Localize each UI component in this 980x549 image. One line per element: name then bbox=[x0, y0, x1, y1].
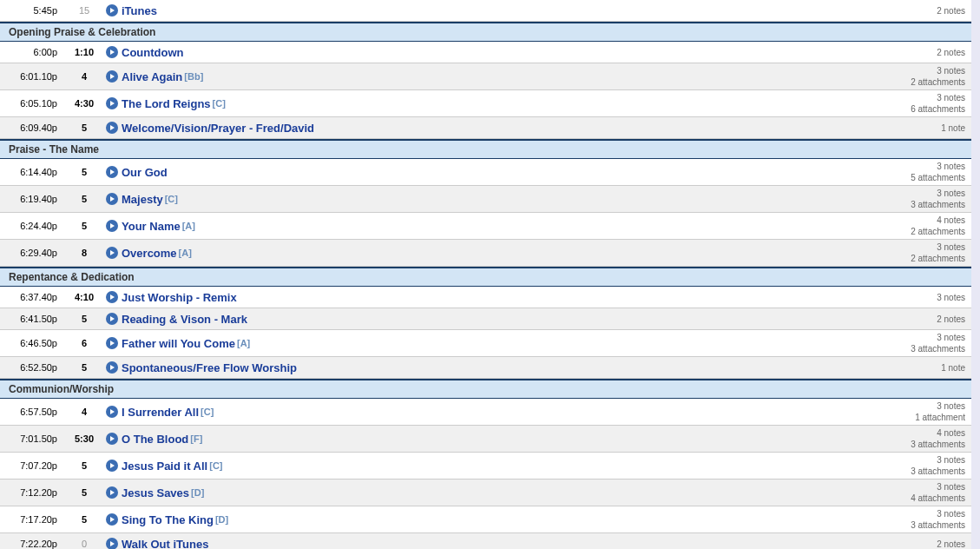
section-header[interactable]: Opening Praise & Celebration bbox=[0, 22, 972, 42]
plan-item-row[interactable]: 6:41.50p5Reading & Vison - Mark2 notes bbox=[0, 308, 972, 330]
section-header[interactable]: Communion/Worship bbox=[0, 379, 972, 399]
plan-item-row[interactable]: 6:14.40p5Our God3 notes5 attachments bbox=[0, 159, 972, 186]
attachments-count[interactable]: 1 attachment bbox=[861, 412, 965, 423]
notes-count[interactable]: 3 notes bbox=[861, 65, 965, 76]
attachments-count[interactable]: 3 attachments bbox=[861, 439, 965, 450]
notes-count[interactable]: 2 notes bbox=[861, 314, 965, 325]
plan-item-row[interactable]: 6:05.10p4:30The Lord Reigns [C]3 notes6 … bbox=[0, 90, 972, 117]
notes-count[interactable]: 4 notes bbox=[861, 215, 965, 226]
play-icon[interactable] bbox=[106, 433, 118, 445]
plan-item-row[interactable]: 7:12.20p5Jesus Saves [D]3 notes4 attachm… bbox=[0, 480, 972, 506]
plan-item-row[interactable]: 7:01.50p5:30O The Blood [F]4 notes3 atta… bbox=[0, 426, 972, 453]
play-icon[interactable] bbox=[106, 291, 118, 303]
notes-count[interactable]: 3 notes bbox=[861, 454, 965, 466]
item-title-cell: Our God bbox=[106, 166, 861, 179]
plan-item-row[interactable]: 7:07.20p5Jesus Paid it All [C]3 notes3 a… bbox=[0, 453, 972, 480]
plan-item-row[interactable]: 7:17.20p5Sing To The King [D]3 notes3 at… bbox=[0, 506, 972, 533]
play-icon[interactable] bbox=[106, 46, 118, 58]
play-icon[interactable] bbox=[106, 406, 118, 418]
attachments-count[interactable]: 6 attachments bbox=[861, 103, 965, 115]
plan-item-row[interactable]: 6:00p1:10Countdown2 notes bbox=[0, 42, 972, 63]
play-icon[interactable] bbox=[106, 220, 118, 232]
item-title-link[interactable]: O The Blood bbox=[122, 433, 188, 446]
attachments-count[interactable]: 2 attachments bbox=[861, 226, 965, 237]
plan-item-row[interactable]: 6:19.40p5Majesty [C]3 notes3 attachments bbox=[0, 186, 972, 213]
item-duration: 4:30 bbox=[62, 98, 106, 109]
attachments-count[interactable]: 3 attachments bbox=[861, 519, 965, 531]
attachments-count[interactable]: 3 attachments bbox=[861, 199, 965, 210]
plan-item-row[interactable]: 6:24.40p5Your Name [A]4 notes2 attachmen… bbox=[0, 213, 972, 240]
item-title-link[interactable]: I Surrender All bbox=[122, 406, 199, 419]
notes-count[interactable]: 3 notes bbox=[861, 400, 965, 412]
item-title-link[interactable]: Father will You Come bbox=[122, 337, 235, 350]
item-key: [C] bbox=[213, 98, 226, 109]
notes-count[interactable]: 3 notes bbox=[861, 292, 965, 303]
notes-count[interactable]: 3 notes bbox=[861, 508, 965, 519]
plan-item-row[interactable]: 6:01.10p4Alive Again [Bb]3 notes2 attach… bbox=[0, 63, 972, 90]
notes-count[interactable]: 1 note bbox=[861, 122, 965, 134]
play-icon[interactable] bbox=[106, 122, 118, 134]
plan-item-row[interactable]: 5:45p15iTunes2 notes bbox=[0, 0, 972, 22]
scrollbar[interactable] bbox=[971, 0, 980, 549]
play-icon[interactable] bbox=[106, 361, 118, 374]
play-icon[interactable] bbox=[106, 193, 118, 205]
play-icon[interactable] bbox=[106, 513, 118, 526]
notes-count[interactable]: 2 notes bbox=[861, 539, 965, 550]
play-icon[interactable] bbox=[106, 460, 118, 472]
item-title-link[interactable]: Jesus Saves bbox=[122, 486, 189, 499]
item-time: 6:57.50p bbox=[3, 407, 62, 417]
item-title-link[interactable]: Just Worship - Remix bbox=[122, 291, 237, 304]
item-title-link[interactable]: iTunes bbox=[122, 4, 157, 17]
notes-count[interactable]: 1 note bbox=[861, 362, 965, 374]
item-title-link[interactable]: Reading & Vison - Mark bbox=[122, 313, 247, 326]
attachments-count[interactable]: 5 attachments bbox=[861, 172, 965, 183]
plan-item-row[interactable]: 6:46.50p6Father will You Come [A]3 notes… bbox=[0, 330, 972, 357]
item-title-link[interactable]: Majesty bbox=[122, 193, 163, 206]
item-title-link[interactable]: Walk Out iTunes bbox=[122, 538, 208, 550]
item-title-link[interactable]: Alive Again bbox=[122, 70, 182, 83]
plan-item-row[interactable]: 6:29.40p8Overcome [A]3 notes2 attachment… bbox=[0, 240, 972, 267]
item-title-link[interactable]: Your Name bbox=[122, 220, 181, 233]
item-title-link[interactable]: Our God bbox=[122, 166, 168, 179]
item-title-link[interactable]: Spontaneous/Free Flow Worship bbox=[122, 361, 297, 374]
notes-count[interactable]: 2 notes bbox=[861, 5, 965, 17]
attachments-count[interactable]: 3 attachments bbox=[861, 343, 965, 354]
item-title-link[interactable]: Countdown bbox=[122, 46, 183, 59]
plan-item-row[interactable]: 6:09.40p5Welcome/Vision/Prayer - Fred/Da… bbox=[0, 117, 972, 139]
attachments-count[interactable]: 2 attachments bbox=[861, 253, 965, 264]
notes-count[interactable]: 3 notes bbox=[861, 188, 965, 199]
notes-count[interactable]: 3 notes bbox=[861, 332, 965, 343]
notes-count[interactable]: 3 notes bbox=[861, 161, 965, 172]
notes-count[interactable]: 3 notes bbox=[861, 241, 965, 253]
attachments-count[interactable]: 2 attachments bbox=[861, 76, 965, 88]
item-title-link[interactable]: Jesus Paid it All bbox=[122, 460, 207, 473]
section-header[interactable]: Repentance & Dedication bbox=[0, 267, 972, 287]
play-icon[interactable] bbox=[106, 313, 118, 325]
play-icon[interactable] bbox=[106, 486, 118, 499]
play-icon[interactable] bbox=[106, 538, 118, 549]
item-title-link[interactable]: Welcome/Vision/Prayer - Fred/David bbox=[122, 122, 314, 135]
plan-item-row[interactable]: 6:37.40p4:10Just Worship - Remix3 notes bbox=[0, 287, 972, 308]
plan-item-row[interactable]: 6:57.50p4I Surrender All [C]3 notes1 att… bbox=[0, 399, 972, 426]
play-icon[interactable] bbox=[106, 247, 118, 259]
play-icon[interactable] bbox=[106, 166, 118, 178]
notes-count[interactable]: 3 notes bbox=[861, 92, 965, 103]
item-title-link[interactable]: Sing To The King bbox=[122, 513, 214, 526]
play-icon[interactable] bbox=[106, 97, 118, 109]
play-icon[interactable] bbox=[106, 337, 118, 349]
attachments-count[interactable]: 4 attachments bbox=[861, 493, 965, 504]
notes-count[interactable]: 3 notes bbox=[861, 481, 965, 493]
item-time: 6:00p bbox=[3, 47, 62, 57]
plan-item-row[interactable]: 6:52.50p5Spontaneous/Free Flow Worship1 … bbox=[0, 357, 972, 379]
item-title-cell: Your Name [A] bbox=[106, 220, 861, 233]
play-icon[interactable] bbox=[106, 70, 118, 83]
play-icon[interactable] bbox=[106, 4, 118, 17]
notes-count[interactable]: 2 notes bbox=[861, 47, 965, 58]
notes-count[interactable]: 4 notes bbox=[861, 427, 965, 439]
attachments-count[interactable]: 3 attachments bbox=[861, 466, 965, 477]
item-title-link[interactable]: Overcome bbox=[122, 247, 177, 260]
section-header[interactable]: Praise - The Name bbox=[0, 139, 972, 159]
item-title-cell: Father will You Come [A] bbox=[106, 337, 861, 350]
item-title-link[interactable]: The Lord Reigns bbox=[122, 97, 211, 110]
plan-item-row[interactable]: 7:22.20p0Walk Out iTunes2 notes bbox=[0, 533, 972, 549]
